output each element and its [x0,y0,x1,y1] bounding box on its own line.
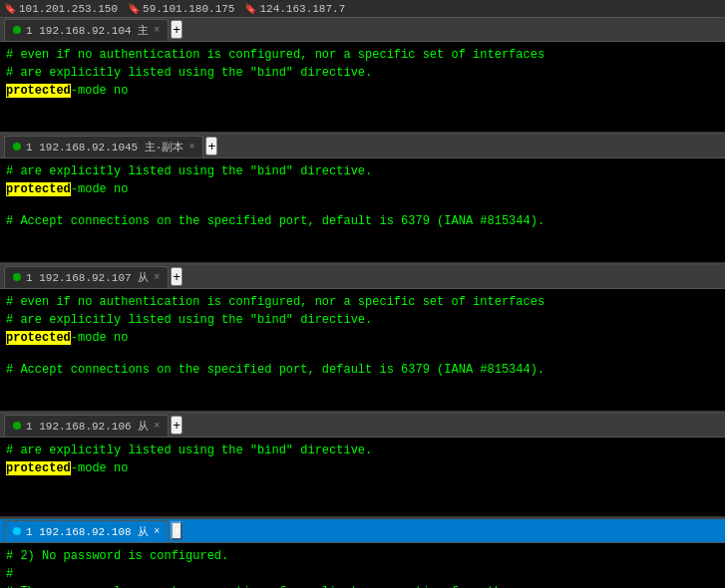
section-3: 1 192.168.92.107 从 × + # even if no auth… [0,265,725,414]
tab-3[interactable]: 1 192.168.92.107 从 × [4,266,169,288]
blank-2-2 [6,230,719,244]
section-2: 1 192.168.92.1045 主·副本 × + # are explici… [0,135,725,265]
tab-2[interactable]: 1 192.168.92.1045 主·副本 × [4,136,203,157]
tab-dot-4 [13,422,21,430]
blank-3-3 [6,393,719,407]
tab-label-5: 1 192.168.92.108 从 [26,524,149,539]
content-4: # are explicitly listed using the "bind"… [0,438,725,517]
tab-bar-4: 1 192.168.92.106 从 × + [0,414,725,438]
bookmark-text-2: 59.101.180.175 [143,3,234,15]
tab-label-3: 1 192.168.92.107 从 [26,270,149,285]
tab-4[interactable]: 1 192.168.92.106 从 × [4,415,169,437]
tab-bar-5: 1 192.168.92.108 从 × + [0,519,725,543]
blank-1-1 [6,100,719,114]
tab-bar-2: 1 192.168.92.1045 主·副本 × + [0,135,725,158]
code-line-3-4: # Accept connections on the specified po… [6,361,719,379]
tab-5[interactable]: 1 192.168.92.108 从 × [4,520,169,542]
blank-3-2 [6,379,719,393]
tab-label-4: 1 192.168.92.106 从 [26,419,149,434]
code-line-5-2: # [6,565,719,583]
bookmark-item-3[interactable]: 🔖 124.163.187.7 [244,3,345,15]
code-line-5-3: # The server only accepts connections fr… [6,583,719,588]
code-line-1-2: # are explicitly listed using the "bind"… [6,64,719,82]
code-line-1-3: protected-mode no [6,82,719,100]
tab-dot-5 [13,527,21,535]
tab-close-5[interactable]: × [154,526,160,537]
blank-4-1 [6,477,719,491]
tab-dot-2 [13,143,21,150]
tab-close-1[interactable]: × [154,25,160,36]
bookmark-item-2[interactable]: 🔖 59.101.180.175 [128,3,234,15]
tab-label-1: 1 192.168.92.104 主 [26,23,149,38]
section-4: 1 192.168.92.106 从 × + # are explicitly … [0,414,725,519]
code-line-2-2: protected-mode no [6,180,719,198]
protected-keyword-2: protected [6,182,71,196]
content-2: # are explicitly listed using the "bind"… [0,158,725,263]
tab-bar-1: 1 192.168.92.104 主 × + [0,18,725,42]
tab-dot-1 [13,26,21,34]
tab-close-3[interactable]: × [154,272,160,283]
content-3: # even if no authentication is configure… [0,289,725,412]
code-line-2-1: # are explicitly listed using the "bind"… [6,162,719,180]
tab-add-4[interactable]: + [171,416,182,435]
code-line-3-2: # are explicitly listed using the "bind"… [6,311,719,329]
blank-2-3 [6,244,719,258]
code-line-2-3: # Accept connections on the specified po… [6,212,719,230]
tab-label-2: 1 192.168.92.1045 主·副本 [26,140,183,154]
blank-1-2 [6,114,719,128]
content-5: # 2) No password is configured. # # The … [0,543,725,588]
code-line-3-1: # even if no authentication is configure… [6,293,719,311]
code-line-5-1: # 2) No password is configured. [6,547,719,565]
blank-2-1 [6,198,719,212]
tab-1[interactable]: 1 192.168.92.104 主 × [4,19,169,41]
tab-close-4[interactable]: × [154,421,160,432]
tab-add-2[interactable]: + [205,137,217,155]
tab-dot-3 [13,273,21,281]
tab-add-5[interactable]: + [171,521,182,540]
section-5: 1 192.168.92.108 从 × + # 2) No password … [0,519,725,588]
bookmark-text-3: 124.163.187.7 [259,3,345,15]
bookmark-icon-2: 🔖 [128,3,140,15]
protected-keyword-3: protected [6,331,71,345]
bookmark-item-1[interactable]: 🔖 101.201.253.150 [4,3,118,15]
code-line-1-1: # even if no authentication is configure… [6,46,719,64]
protected-keyword-4: protected [6,461,71,475]
code-line-3-3: protected-mode no [6,329,719,347]
tab-add-3[interactable]: + [171,267,182,286]
top-bar: 🔖 101.201.253.150 🔖 59.101.180.175 🔖 124… [0,0,725,18]
code-line-4-2: protected-mode no [6,459,719,477]
bookmark-icon-1: 🔖 [4,3,16,15]
content-1: # even if no authentication is configure… [0,42,725,133]
section-1: 1 192.168.92.104 主 × + # even if no auth… [0,18,725,135]
tab-bar-3: 1 192.168.92.107 从 × + [0,265,725,289]
code-line-4-1: # are explicitly listed using the "bind"… [6,441,719,459]
tab-add-1[interactable]: + [171,20,182,39]
blank-4-2 [6,491,719,505]
bookmark-text-1: 101.201.253.150 [19,3,118,15]
tab-close-2[interactable]: × [188,142,194,152]
blank-3-1 [6,347,719,361]
protected-keyword-1: protected [6,84,71,98]
bookmark-icon-3: 🔖 [244,3,256,15]
